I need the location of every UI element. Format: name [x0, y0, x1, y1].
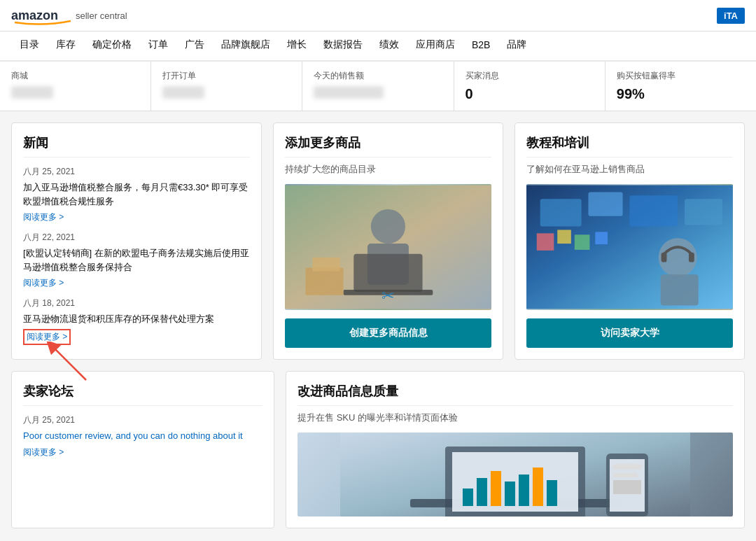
news-date-3: 八月 18, 2021 — [23, 297, 250, 309]
forum-headline[interactable]: Poor customer review, and you can do not… — [23, 429, 262, 443]
stat-open-orders-label: 打开订单 — [162, 70, 290, 82]
nav-b2b[interactable]: B2B — [463, 32, 498, 59]
svg-rect-17 — [661, 274, 699, 305]
cards-row-1: 新闻 八月 25, 2021 加入亚马逊增值税整合服务，每月只需€33.30* … — [11, 122, 745, 360]
create-listing-button[interactable]: 创建更多商品信息 — [285, 318, 491, 348]
nav-orders[interactable]: 订单 — [140, 31, 176, 60]
read-more-3-highlighted[interactable]: 阅读更多 > — [23, 329, 71, 345]
nav-app-store[interactable]: 应用商店 — [407, 31, 463, 60]
stat-open-orders-value — [162, 86, 204, 99]
cards-row-2: 卖家论坛 八月 25, 2021 Poor customer review, a… — [11, 371, 745, 528]
header: amazon seller central iTA — [0, 0, 756, 31]
stat-marketplace-value — [11, 86, 53, 99]
svg-rect-22 — [575, 234, 590, 250]
ita-badge: iTA — [717, 8, 745, 24]
nav-brand-store[interactable]: 品牌旗舰店 — [213, 31, 279, 60]
tutorials-subtitle: 了解如何在亚马逊上销售商品 — [526, 163, 733, 176]
svg-point-4 — [371, 209, 405, 244]
news-headline-2: [欧盟认定转销商] 在新的欧盟电子商务法规实施后使用亚马逊增值税整合服务保持合 — [23, 246, 250, 274]
stat-buy-box-rate: 购买按钮赢得率 99% — [606, 62, 756, 111]
nav-brand[interactable]: 品牌 — [498, 31, 535, 60]
news-headline-1: 加入亚马逊增值税整合服务，每月只需€33.30* 即可享受欧盟增值税合规性服务 — [23, 181, 250, 208]
news-date-2: 八月 22, 2021 — [23, 232, 250, 244]
svg-rect-20 — [537, 233, 554, 251]
stat-sales-today: 今天的销售额 — [302, 62, 454, 111]
nav-pricing[interactable]: 确定价格 — [84, 31, 140, 60]
news-card: 新闻 八月 25, 2021 加入亚马逊增值税整合服务，每月只需€33.30* … — [11, 122, 262, 360]
stat-marketplace: 商城 — [0, 62, 151, 111]
svg-rect-30 — [491, 471, 501, 506]
svg-rect-38 — [613, 473, 638, 477]
svg-rect-14 — [630, 195, 678, 226]
nav-advertising[interactable]: 广告 — [176, 31, 213, 60]
stats-bar: 商城 打开订单 今天的销售额 买家消息 0 购买按钮赢得率 99% — [0, 62, 756, 111]
forum-card: 卖家论坛 八月 25, 2021 Poor customer review, a… — [11, 371, 274, 528]
svg-rect-28 — [463, 489, 473, 506]
stat-sales-today-value — [314, 86, 384, 99]
improve-quality-card: 改进商品信息质量 提升在售 SKU 的曝光率和详情页面体验 — [286, 371, 745, 528]
news-item-2: 八月 22, 2021 [欧盟认定转销商] 在新的欧盟电子商务法规实施后使用亚马… — [23, 232, 250, 289]
svg-rect-9 — [313, 258, 340, 272]
svg-text:amazon: amazon — [11, 8, 58, 22]
nav-performance[interactable]: 绩效 — [371, 31, 407, 60]
add-products-image: ✂ — [285, 184, 491, 310]
read-more-3-container: 阅读更多 > — [23, 329, 71, 345]
add-products-illustration: ✂ — [285, 184, 491, 310]
amazon-logo-svg: amazon — [11, 6, 74, 25]
add-products-card: 添加更多商品 持续扩大您的商品目录 — [273, 122, 503, 360]
stat-buyer-messages-value: 0 — [465, 86, 594, 102]
stat-buy-box-rate-label: 购买按钮赢得率 — [617, 70, 745, 82]
stat-buy-box-rate-value: 99% — [617, 86, 745, 102]
stat-buyer-messages: 买家消息 0 — [454, 62, 606, 111]
news-headline-3: 亚马逊物流退货和积压库存的环保替代处理方案 — [23, 312, 250, 326]
stat-marketplace-label: 商城 — [11, 70, 139, 82]
svg-rect-29 — [477, 478, 487, 506]
tutorials-title: 教程和培训 — [526, 134, 733, 157]
svg-text:✂: ✂ — [382, 287, 395, 304]
logo: amazon seller central — [11, 6, 127, 25]
tutorials-card: 教程和培训 了解如何在亚马逊上销售商品 — [514, 122, 745, 360]
stat-open-orders: 打开订单 — [151, 62, 302, 111]
svg-rect-13 — [589, 192, 623, 216]
read-more-1[interactable]: 阅读更多 > — [23, 211, 64, 223]
main-navigation: 目录 库存 确定价格 订单 广告 品牌旗舰店 增长 数据报告 绩效 应用商店 B… — [0, 31, 756, 62]
svg-rect-23 — [595, 232, 608, 244]
improve-quality-illustration — [298, 433, 733, 517]
forum-read-more[interactable]: 阅读更多 > — [23, 447, 64, 458]
news-date-1: 八月 25, 2021 — [23, 166, 250, 178]
svg-rect-33 — [533, 468, 543, 506]
nav-reports[interactable]: 数据报告 — [315, 31, 371, 60]
svg-rect-37 — [613, 464, 641, 470]
forum-card-title: 卖家论坛 — [23, 383, 262, 406]
news-card-title: 新闻 — [23, 134, 250, 157]
svg-rect-34 — [547, 480, 557, 506]
svg-rect-19 — [689, 253, 694, 262]
nav-growth[interactable]: 增长 — [279, 31, 315, 60]
svg-rect-12 — [540, 199, 582, 226]
stat-sales-today-label: 今天的销售额 — [314, 70, 442, 82]
svg-rect-31 — [505, 482, 515, 506]
svg-rect-18 — [662, 253, 667, 262]
tutorials-image — [526, 184, 733, 310]
improve-quality-subtitle: 提升在售 SKU 的曝光率和详情页面体验 — [298, 412, 733, 424]
svg-rect-21 — [557, 230, 571, 244]
svg-rect-15 — [685, 199, 722, 225]
svg-rect-32 — [519, 475, 529, 506]
visit-seller-university-button[interactable]: 访问卖家大学 — [526, 318, 733, 348]
svg-rect-39 — [613, 480, 641, 494]
add-products-title: 添加更多商品 — [285, 134, 491, 157]
stat-buyer-messages-label: 买家消息 — [465, 70, 594, 82]
nav-catalog[interactable]: 目录 — [11, 31, 48, 60]
seller-central-label: seller central — [76, 10, 127, 21]
tutorials-illustration — [526, 184, 733, 310]
improve-quality-title: 改进商品信息质量 — [298, 383, 733, 406]
forum-date: 八月 25, 2021 — [23, 414, 262, 426]
news-item-3: 八月 18, 2021 亚马逊物流退货和积压库存的环保替代处理方案 阅读更多 > — [23, 297, 250, 345]
news-item-1: 八月 25, 2021 加入亚马逊增值税整合服务，每月只需€33.30* 即可享… — [23, 166, 250, 223]
read-more-2[interactable]: 阅读更多 > — [23, 277, 64, 289]
svg-rect-8 — [306, 267, 344, 295]
improve-quality-image — [298, 433, 733, 517]
nav-inventory[interactable]: 库存 — [48, 31, 84, 60]
add-products-subtitle: 持续扩大您的商品目录 — [285, 163, 491, 176]
main-content: 新闻 八月 25, 2021 加入亚马逊增值税整合服务，每月只需€33.30* … — [0, 111, 756, 541]
